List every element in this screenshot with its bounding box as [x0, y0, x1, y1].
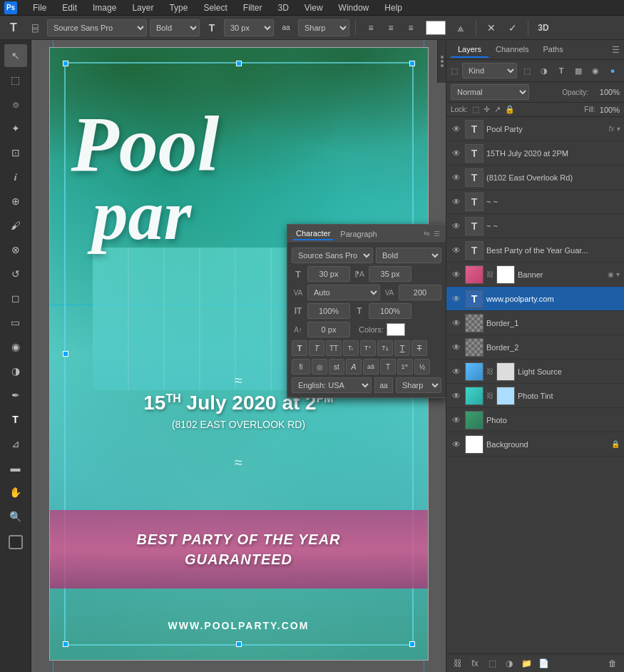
- kerning-select[interactable]: Auto: [307, 285, 380, 300]
- lock-move-btn[interactable]: ✛: [484, 105, 490, 114]
- layer-item[interactable]: 👁 Border_2: [446, 335, 624, 360]
- layer-visibility-toggle[interactable]: 👁: [451, 342, 462, 353]
- canvas-area[interactable]: Pool par ≈ 15TH July 2020 at 2PM (8102 E…: [31, 40, 446, 672]
- crop-tool[interactable]: ⊡: [4, 141, 27, 164]
- history-tool[interactable]: ↺: [4, 263, 27, 285]
- menu-window[interactable]: Window: [336, 1, 372, 14]
- layer-item-selected[interactable]: 👁 T www.poolparty.com: [446, 287, 624, 311]
- heal-tool[interactable]: ⊕: [4, 190, 27, 213]
- underline-btn[interactable]: T: [394, 340, 410, 356]
- layer-item[interactable]: 👁 T ~ ~: [446, 190, 624, 214]
- aa-select[interactable]: Sharp: [298, 19, 349, 36]
- hand-tool[interactable]: ✋: [4, 481, 27, 504]
- menu-layer[interactable]: Layer: [129, 1, 156, 14]
- hscale-input[interactable]: [307, 303, 350, 319]
- layer-item[interactable]: 👁 T (8102 East Overlook Rd): [446, 166, 624, 190]
- menu-edit[interactable]: Edit: [59, 1, 80, 14]
- filter-adjust-btn[interactable]: ◑: [537, 63, 551, 78]
- char-font-family-select[interactable]: Source Sans Pro: [292, 248, 373, 263]
- wand-tool[interactable]: ✦: [4, 117, 27, 140]
- layer-item[interactable]: 👁 T Pool Party fx ▾: [446, 117, 624, 141]
- add-style-btn[interactable]: fx: [468, 656, 482, 671]
- foreground-color[interactable]: [9, 535, 23, 549]
- layer-visibility-toggle[interactable]: 👁: [451, 245, 462, 256]
- baseline-input[interactable]: [307, 322, 350, 337]
- layer-fx-badge[interactable]: fx ▾: [608, 125, 620, 133]
- aa-btn[interactable]: aa: [374, 377, 393, 393]
- clone-tool[interactable]: ⊗: [4, 238, 27, 261]
- layer-visibility-toggle[interactable]: 👁: [451, 148, 462, 159]
- layer-visibility-toggle[interactable]: 👁: [451, 220, 462, 232]
- tab-character[interactable]: Character: [293, 228, 333, 240]
- tracking-input[interactable]: [399, 285, 441, 300]
- align-right-btn[interactable]: ≡: [401, 19, 420, 37]
- layer-visibility-toggle[interactable]: 👁: [451, 317, 462, 329]
- filter-smart-btn[interactable]: ◉: [588, 63, 603, 78]
- new-adjustment-btn[interactable]: ◑: [502, 656, 516, 671]
- superscript-btn[interactable]: T⁺: [360, 340, 376, 356]
- layer-item[interactable]: 👁 Photo: [446, 408, 624, 432]
- menu-file[interactable]: File: [30, 1, 49, 14]
- menu-help[interactable]: Help: [382, 1, 405, 14]
- color-swatch[interactable]: [426, 21, 446, 35]
- blend-mode-select[interactable]: Normal: [451, 84, 529, 100]
- aa-type-select[interactable]: Sharp: [396, 377, 441, 393]
- confirm-btn[interactable]: ✓: [503, 19, 522, 37]
- italic-style-btn[interactable]: T: [309, 340, 324, 356]
- color-picker-btn[interactable]: [387, 323, 405, 336]
- menu-filter[interactable]: Filter: [240, 1, 265, 14]
- tab-paths[interactable]: Paths: [536, 42, 571, 58]
- eraser-tool[interactable]: ◻: [4, 287, 27, 310]
- layer-item-background[interactable]: 👁 Background 🔒: [446, 432, 624, 457]
- align-center-btn[interactable]: ≡: [382, 19, 400, 37]
- move-tool[interactable]: ↖: [4, 44, 27, 67]
- bold-style-btn[interactable]: T: [292, 340, 307, 356]
- layer-visibility-toggle[interactable]: 👁: [451, 123, 462, 135]
- eyedropper-tool[interactable]: 𝒊: [4, 166, 27, 188]
- menu-3d[interactable]: 3D: [275, 1, 291, 14]
- blur-tool[interactable]: ◉: [4, 335, 27, 358]
- tab-channels[interactable]: Channels: [489, 42, 536, 58]
- fraction-btn[interactable]: ½: [414, 359, 430, 375]
- language-select[interactable]: English: USA: [292, 377, 372, 393]
- layer-item[interactable]: 👁 T 15TH July 2020 at 2PM: [446, 141, 624, 166]
- new-layer-btn[interactable]: 📄: [536, 656, 551, 671]
- pen-tool[interactable]: ✒: [4, 384, 27, 407]
- layer-visibility-toggle[interactable]: 👁: [451, 439, 462, 450]
- text-tool-btn[interactable]: T: [4, 19, 23, 37]
- layer-visibility-toggle[interactable]: 👁: [451, 390, 462, 402]
- new-group-btn[interactable]: 📁: [519, 656, 533, 671]
- panel-options-btn[interactable]: ☰: [612, 45, 620, 55]
- smallcaps-style-btn[interactable]: Tₜ: [343, 340, 359, 356]
- filter-shape-btn[interactable]: ▩: [571, 63, 585, 78]
- text-tool[interactable]: T: [4, 408, 27, 431]
- menu-image[interactable]: Image: [90, 1, 119, 14]
- lasso-tool[interactable]: ⌾: [4, 93, 27, 116]
- tab-layers[interactable]: Layers: [451, 42, 489, 58]
- layer-item[interactable]: 👁 T ~ ~: [446, 214, 624, 238]
- filter-type-btn[interactable]: T: [554, 63, 568, 78]
- lock-pixels-btn[interactable]: ⬚: [472, 105, 479, 114]
- lock-all-btn[interactable]: 🔒: [505, 105, 515, 114]
- layer-item[interactable]: 👁 ⛓ Light Source: [446, 360, 624, 384]
- brush-tool[interactable]: 🖌: [4, 214, 27, 237]
- ligature-btn[interactable]: fi: [292, 359, 310, 375]
- layer-visibility-toggle[interactable]: 👁: [451, 293, 462, 305]
- filter-active-btn[interactable]: ●: [605, 63, 620, 78]
- subscript-btn[interactable]: T₁: [377, 340, 393, 356]
- layer-item[interactable]: 👁 T Best Party of the Year Guar...: [446, 238, 624, 263]
- strikethrough-btn[interactable]: T: [411, 340, 427, 356]
- select-tool[interactable]: ⬚: [4, 68, 27, 91]
- layer-visibility-toggle[interactable]: 👁: [451, 414, 462, 426]
- vscale-input[interactable]: [369, 303, 411, 319]
- ordinal-btn[interactable]: 1ˢᵗ: [397, 359, 413, 375]
- oldstyle-btn[interactable]: ◎: [312, 359, 327, 375]
- lock-artboard-btn[interactable]: ↗: [494, 105, 501, 114]
- swash-btn[interactable]: A: [346, 359, 362, 375]
- align-left-btn[interactable]: ≡: [362, 19, 380, 37]
- text-orientation-btn[interactable]: ⌸: [26, 19, 44, 37]
- dodge-tool[interactable]: ◑: [4, 360, 27, 382]
- menu-select[interactable]: Select: [200, 1, 230, 14]
- titling-btn[interactable]: T: [380, 359, 396, 375]
- allcaps-style-btn[interactable]: TT: [326, 340, 342, 356]
